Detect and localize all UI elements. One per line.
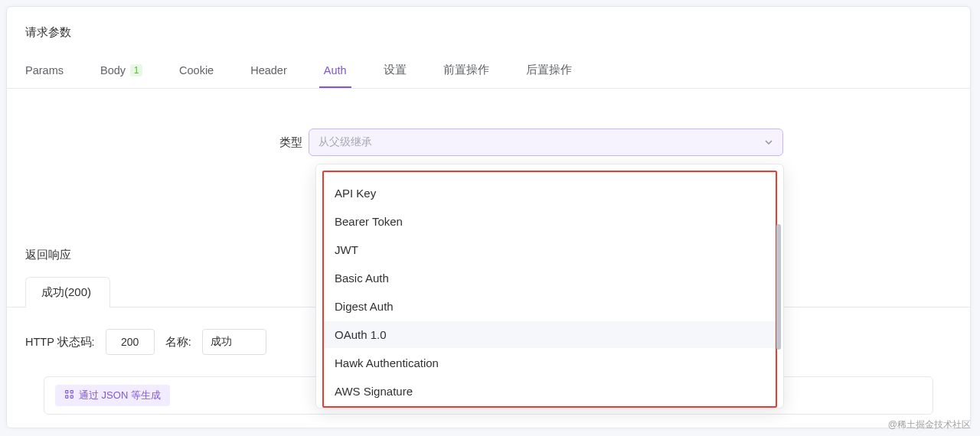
tab-body-badge: 1 (130, 64, 142, 76)
tab-label: 后置操作 (526, 63, 572, 77)
watermark: @稀土掘金技术社区 (888, 418, 971, 431)
option-oauth-1-0[interactable]: OAuth 1.0 (324, 321, 776, 348)
generate-by-json-label: 通过 JSON 等生成 (79, 389, 161, 402)
dropdown-highlight-box: API Key Bearer Token JWT Basic Auth Dige… (322, 171, 777, 408)
tab-pre-ops[interactable]: 前置操作 (443, 55, 489, 88)
svg-rect-2 (66, 395, 68, 398)
sparkle-icon (64, 389, 74, 402)
generate-by-json-button[interactable]: 通过 JSON 等生成 (55, 385, 170, 406)
tab-params[interactable]: Params (25, 57, 64, 87)
tab-cookie[interactable]: Cookie (179, 57, 214, 87)
tab-label: Cookie (179, 64, 214, 76)
option-digest-auth[interactable]: Digest Auth (324, 293, 776, 320)
option-aws-signature[interactable]: AWS Signature (324, 378, 776, 405)
dropdown-scrollbar-thumb[interactable] (776, 224, 781, 350)
http-status-label: HTTP 状态码: (25, 335, 95, 350)
option-jwt[interactable]: JWT (324, 236, 776, 263)
auth-type-placeholder: 从父级继承 (318, 135, 372, 149)
tab-label: Auth (324, 64, 347, 76)
response-name-input[interactable] (202, 329, 266, 355)
tab-label: Body (100, 64, 126, 76)
tab-post-ops[interactable]: 后置操作 (526, 55, 572, 88)
tab-label: Params (25, 64, 64, 76)
svg-rect-1 (70, 391, 73, 393)
panel: 请求参数 Params Body 1 Cookie Header Auth 设置… (6, 6, 971, 428)
svg-rect-3 (70, 395, 73, 398)
option-bearer-token[interactable]: Bearer Token (324, 208, 776, 235)
http-status-input[interactable] (106, 329, 155, 355)
tab-settings[interactable]: 设置 (384, 55, 407, 88)
auth-type-dropdown: API Key Bearer Token JWT Basic Auth Dige… (315, 164, 784, 408)
tab-header[interactable]: Header (250, 57, 287, 87)
option-hawk-auth[interactable]: Hawk Authentication (324, 350, 776, 376)
tab-auth[interactable]: Auth (324, 57, 347, 87)
response-tab-success[interactable]: 成功(200) (25, 277, 110, 307)
auth-type-row: 类型 从父级继承 (7, 129, 970, 156)
tab-label: Header (250, 64, 287, 76)
request-tabs: Params Body 1 Cookie Header Auth 设置 前置操作… (7, 55, 970, 89)
tab-body[interactable]: Body 1 (100, 57, 142, 87)
tab-label: 前置操作 (443, 63, 489, 77)
option-basic-auth[interactable]: Basic Auth (324, 265, 776, 291)
chevron-down-icon (764, 138, 773, 147)
request-params-title: 请求参数 (7, 7, 970, 46)
auth-type-select[interactable]: 从父级继承 (309, 129, 783, 156)
svg-rect-0 (66, 391, 68, 393)
auth-type-label: 类型 (250, 135, 302, 150)
tab-label: 设置 (384, 63, 407, 77)
response-name-label: 名称: (165, 335, 191, 350)
option-api-key[interactable]: API Key (324, 180, 776, 207)
